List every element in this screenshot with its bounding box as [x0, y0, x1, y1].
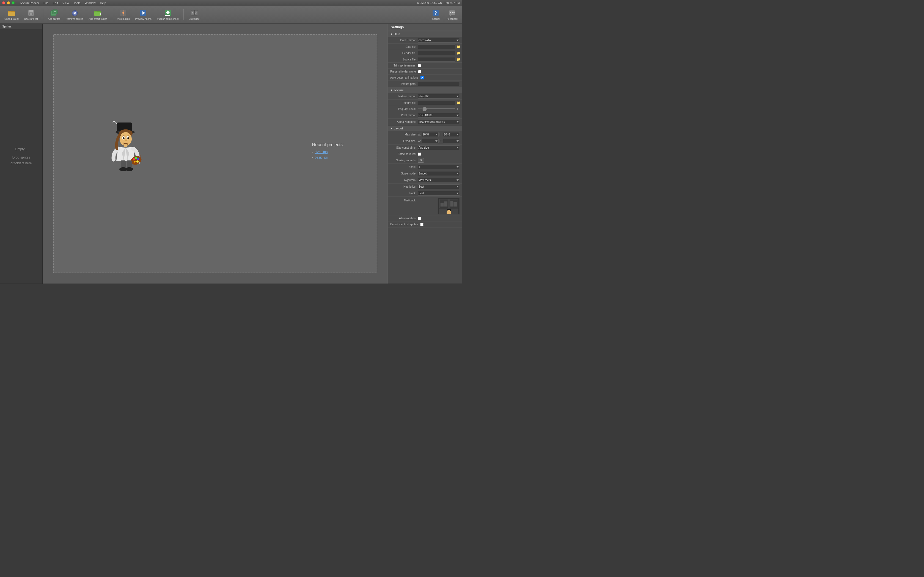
- heuristics-select[interactable]: Best: [418, 184, 460, 189]
- pixel-format-label: Pixel format: [390, 114, 418, 117]
- canvas-workspace[interactable]: Recent projects: sizes.tps basic.tps: [53, 34, 378, 273]
- publish-sprite-sheet-button[interactable]: Publish sprite sheet: [155, 8, 181, 22]
- size-constraints-row: Size constraints Any size: [388, 145, 462, 151]
- canvas-area[interactable]: Recent projects: sizes.tps basic.tps: [43, 24, 388, 284]
- fixed-size-h-label: H:: [439, 140, 442, 143]
- prepend-folder-name-label: Prepend folder name: [390, 70, 418, 73]
- data-format-select[interactable]: cocos2d-x: [418, 38, 460, 43]
- trim-sprite-names-label: Trim sprite names: [390, 64, 418, 67]
- trim-sprite-names-row: Trim sprite names: [388, 63, 462, 69]
- texture-path-input[interactable]: [418, 82, 460, 86]
- fixed-size-w-select[interactable]: [422, 139, 439, 143]
- remove-sprites-button[interactable]: Remove sprites: [64, 8, 86, 22]
- pixel-format-select[interactable]: RGBA8888: [418, 113, 460, 118]
- menu-window[interactable]: Window: [83, 1, 97, 5]
- split-sheet-button[interactable]: Split sheet: [186, 8, 202, 22]
- prepend-folder-name-checkbox[interactable]: [418, 70, 421, 73]
- section-data-header[interactable]: ▼ Data: [388, 31, 462, 37]
- recent-project-link-1[interactable]: basic.tps: [315, 156, 328, 160]
- scaling-variants-label: Scaling variants: [390, 159, 418, 162]
- layout-section-arrow: ▼: [390, 127, 393, 130]
- scale-select[interactable]: 1: [418, 164, 460, 169]
- menu-edit[interactable]: Edit: [51, 1, 60, 5]
- header-file-input[interactable]: [418, 51, 456, 55]
- tutorial-button[interactable]: ? Tutorial: [428, 8, 443, 22]
- add-sprites-button[interactable]: + Add sprites: [46, 8, 63, 22]
- toolbar-sep-3: [183, 9, 184, 20]
- png-opt-slider-container: 1: [418, 108, 460, 110]
- texture-path-label: Texture path: [390, 82, 418, 85]
- alpha-handling-select[interactable]: Clear transparent pixels: [418, 119, 460, 124]
- menu-file[interactable]: File: [42, 1, 50, 5]
- detect-identical-sprites-checkbox[interactable]: [420, 223, 423, 226]
- svg-point-34: [452, 12, 453, 13]
- svg-rect-26: [165, 15, 170, 16]
- source-file-browse-button[interactable]: 📁: [456, 57, 461, 61]
- data-file-browse-button[interactable]: 📁: [456, 45, 461, 48]
- open-project-button[interactable]: Open project: [2, 8, 21, 22]
- empty-label: Empty...: [15, 147, 27, 153]
- main-container: Sprites Empty... Drop sprites or folders…: [0, 24, 462, 284]
- pack-select[interactable]: Best: [418, 191, 460, 196]
- auto-detect-animations-checkbox[interactable]: [420, 76, 424, 79]
- texture-file-browse-button[interactable]: 📁: [456, 101, 461, 105]
- alpha-handling-row: Alpha Handling Clear transparent pixels: [388, 119, 462, 125]
- maximize-button[interactable]: [11, 2, 15, 5]
- add-smart-folder-button[interactable]: + Add smart folder: [86, 8, 109, 22]
- prepend-folder-name-row: Prepend folder name: [388, 69, 462, 75]
- preview-anims-button[interactable]: Preview Anims: [133, 8, 154, 22]
- minimize-button[interactable]: [7, 2, 10, 5]
- max-size-w-select[interactable]: 2048: [422, 132, 439, 137]
- pivot-points-icon: [120, 9, 127, 17]
- algorithm-select[interactable]: MaxRects: [418, 178, 460, 182]
- multipack-preview: [438, 198, 460, 214]
- scale-row: Scale 1: [388, 164, 462, 170]
- section-layout-header[interactable]: ▼ Layout: [388, 125, 462, 131]
- section-texture-header[interactable]: ▼ Texture: [388, 87, 462, 93]
- allow-rotation-checkbox[interactable]: [418, 217, 421, 220]
- png-opt-slider[interactable]: [418, 108, 456, 110]
- menu-tools[interactable]: Tools: [71, 1, 82, 5]
- recent-project-link-0[interactable]: sizes.tps: [315, 150, 328, 154]
- window-controls[interactable]: [2, 2, 15, 5]
- scale-mode-select[interactable]: Smooth: [418, 171, 460, 176]
- menu-view[interactable]: View: [60, 1, 71, 5]
- pivot-points-label: Pivot points: [117, 18, 130, 21]
- statusbar: [0, 284, 462, 288]
- texture-file-row: Texture file 📁: [388, 100, 462, 106]
- force-squared-label: Force squared: [390, 153, 418, 156]
- save-project-icon: [27, 9, 35, 17]
- menu-app[interactable]: TexturePacker: [18, 1, 41, 5]
- close-button[interactable]: [2, 2, 5, 5]
- multipack-row: Multipack: [388, 197, 462, 215]
- header-file-browse-button[interactable]: 📁: [456, 51, 461, 55]
- pivot-points-button[interactable]: Pivot points: [115, 8, 132, 22]
- max-size-group: W: 2048 H: 2048: [418, 132, 460, 137]
- titlebar: TexturePacker File Edit View Tools Windo…: [0, 0, 462, 6]
- split-sheet-icon: [191, 9, 198, 17]
- texture-file-input[interactable]: [418, 101, 456, 105]
- data-file-input[interactable]: [418, 45, 456, 49]
- sprites-panel: Sprites Empty... Drop sprites or folders…: [0, 24, 43, 284]
- force-squared-checkbox[interactable]: [418, 153, 421, 156]
- publish-sprite-sheet-label: Publish sprite sheet: [157, 18, 179, 21]
- scaling-variants-button[interactable]: ⚙: [418, 158, 424, 163]
- sprites-content[interactable]: Empty... Drop sprites or folders here: [0, 29, 42, 284]
- menu-help[interactable]: Help: [98, 1, 108, 5]
- size-constraints-select[interactable]: Any size: [418, 145, 460, 150]
- sprites-header: Sprites: [0, 24, 42, 29]
- data-section-arrow: ▼: [390, 33, 393, 35]
- trim-sprite-names-checkbox[interactable]: [418, 64, 421, 67]
- svg-rect-60: [441, 203, 444, 206]
- source-file-input[interactable]: [418, 57, 456, 61]
- svg-text:+: +: [100, 12, 101, 16]
- fixed-size-h-select[interactable]: [443, 139, 460, 143]
- max-size-h-select[interactable]: 2048: [443, 132, 460, 137]
- save-project-button[interactable]: Save project: [22, 8, 40, 22]
- texture-file-input-group: 📁: [418, 101, 461, 105]
- scale-label: Scale: [390, 165, 418, 168]
- png-opt-value: 1: [457, 108, 460, 110]
- feedback-button[interactable]: Feedback: [444, 8, 460, 22]
- texture-format-select[interactable]: PNG-32: [418, 94, 460, 98]
- svg-point-58: [125, 167, 133, 171]
